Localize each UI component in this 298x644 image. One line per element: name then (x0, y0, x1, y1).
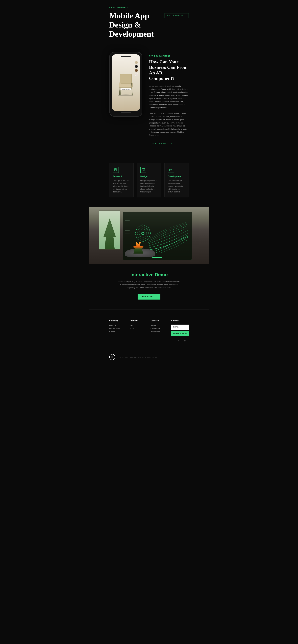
subscribe-button[interactable]: SUBSCRIBE ✉ (171, 331, 189, 336)
footer-link-about[interactable]: About Us (109, 324, 125, 326)
research-text: Lorem ipsum dolor sit amet, consectetur … (113, 179, 130, 193)
room-window (99, 210, 121, 250)
swatch-4[interactable] (135, 73, 138, 76)
ar-title: How Can Your Business Can From An AR Com… (149, 59, 189, 81)
start-project-button[interactable]: START A PROJECT → (149, 141, 176, 146)
svg-line-14 (117, 171, 117, 171)
footer-link-media[interactable]: Media & Press (109, 328, 125, 330)
ar-section: Bronze & Linen APP DEVELOPMENT How Can Y… (89, 48, 209, 156)
phone-screen: Bronze & Linen (112, 54, 140, 111)
ar-top-bar-1 (149, 214, 158, 214)
copyright-text: COPYRIGHT © 2024 DIVI. ALL RIGHTS RESERV… (119, 356, 157, 358)
design-title: Design (141, 175, 158, 178)
ar-content: APP DEVELOPMENT How Can Your Business Ca… (149, 52, 189, 146)
live-demo-button[interactable]: LIVE DEMO → (138, 294, 160, 300)
portfolio-button[interactable]: OUR PORTFOLIO → (164, 13, 189, 18)
instagram-icon[interactable]: ◎ (183, 339, 187, 342)
color-label: Bronze & Linen (121, 88, 131, 90)
design-text: Quisque aliquet velit sit amet sem inter… (141, 179, 158, 193)
ar-progress-bar (152, 257, 162, 258)
window-tree (104, 218, 116, 249)
services-col-title: Services (150, 320, 166, 322)
design-icon (141, 167, 146, 173)
email-input[interactable] (171, 324, 189, 330)
ar-paragraph-1: Lorem ipsum dolor sit amet, consectetur … (149, 84, 189, 110)
footer-link-api[interactable]: API (130, 324, 146, 326)
hero-label: AR TECHNOLOGY (109, 7, 189, 8)
social-icons-row: f ✕ ◎ (171, 339, 189, 342)
ar-paragraph-2: Curabitur non bibendum ligula. In non pu… (149, 112, 189, 137)
demo-image (89, 207, 209, 264)
swatch-2[interactable] (135, 65, 138, 68)
demo-title: Interactive Demo (109, 272, 189, 277)
topo-chart (148, 219, 188, 255)
research-title: Research (113, 175, 130, 178)
svg-point-16 (143, 169, 144, 170)
footer-services-col: Services Design Consultation Development (150, 320, 166, 342)
ar-label: APP DEVELOPMENT (149, 55, 189, 57)
footer-link-consultation[interactable]: Consultation (150, 328, 166, 330)
development-title: Development (168, 175, 185, 178)
chair-illustration (116, 69, 136, 96)
footer-link-design[interactable]: Design (150, 324, 166, 326)
subscribe-email-icon: ✉ (185, 333, 187, 334)
phone-progress-indicator (112, 114, 140, 114)
footer-link-apps[interactable]: Apps (130, 328, 146, 330)
hero-title: Mobile App Design & Development (109, 11, 172, 38)
chair-display-area: Bronze & Linen (112, 54, 140, 111)
demo-description: Vitae consequat augue. Vivamus eget dolo… (118, 280, 180, 289)
live-demo-arrow-icon: → (154, 296, 156, 298)
footer: Company About Us Media & Press Careers P… (89, 310, 209, 365)
footer-grid: Company About Us Media & Press Careers P… (109, 320, 189, 342)
portfolio-arrow-icon: → (184, 15, 186, 17)
twitter-x-icon[interactable]: ✕ (177, 339, 181, 342)
footer-link-careers[interactable]: Careers (109, 331, 125, 333)
divi-logo: D (109, 354, 115, 360)
phone-home-bar (121, 112, 131, 113)
facebook-icon[interactable]: f (171, 339, 175, 342)
demo-text-section: Interactive Demo Vitae consequat augue. … (89, 264, 209, 310)
svg-rect-1 (120, 74, 132, 84)
connect-col-title: Connect (171, 320, 189, 322)
footer-company-col: Company About Us Media & Press Careers (109, 320, 125, 342)
products-col-title: Products (130, 320, 146, 322)
feature-card-development: Development Luctus non quisque turpis bi… (164, 162, 189, 198)
footer-connect-col: Connect SUBSCRIBE ✉ f ✕ ◎ (171, 320, 189, 342)
swatch-1[interactable] (135, 61, 138, 64)
svg-rect-21 (169, 169, 172, 171)
ar-top-bar-2 (159, 214, 165, 214)
feature-card-research: Research Lorem ipsum dolor sit amet, con… (109, 162, 134, 198)
development-icon (168, 167, 174, 173)
demo-banner (89, 207, 209, 264)
hero-section: AR TECHNOLOGY Mobile App Design & Develo… (89, 0, 209, 48)
development-text: Luctus non quisque turpis bibendum posue… (168, 179, 185, 193)
color-swatches (135, 61, 138, 76)
research-icon (113, 167, 119, 173)
phone-mockup: Bronze & Linen (109, 52, 142, 117)
footer-products-col: Products API Apps (130, 320, 146, 342)
start-arrow-icon: → (171, 142, 173, 144)
footer-link-development[interactable]: Development (150, 331, 166, 333)
footer-bottom: D COPYRIGHT © 2024 DIVI. ALL RIGHTS RESE… (109, 350, 189, 360)
swatch-3[interactable] (135, 69, 138, 72)
feature-card-design: Design Quisque aliquet velit sit amet se… (137, 162, 161, 198)
phone-notch (121, 56, 131, 57)
features-section: Research Lorem ipsum dolor sit amet, con… (89, 156, 209, 207)
company-col-title: Company (109, 320, 125, 322)
